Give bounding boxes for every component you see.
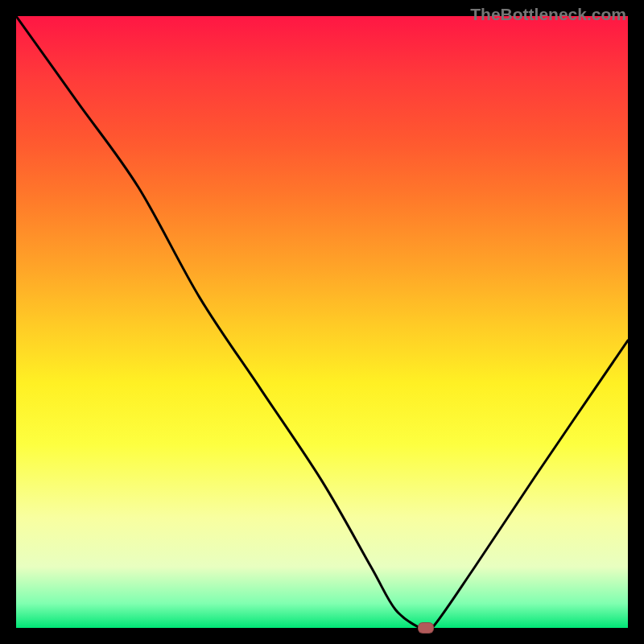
chart-area (16, 16, 628, 628)
curve-svg (16, 16, 628, 628)
watermark-text: TheBottleneck.com (470, 5, 626, 24)
optimal-marker (418, 622, 434, 634)
bottleneck-curve (16, 16, 628, 628)
